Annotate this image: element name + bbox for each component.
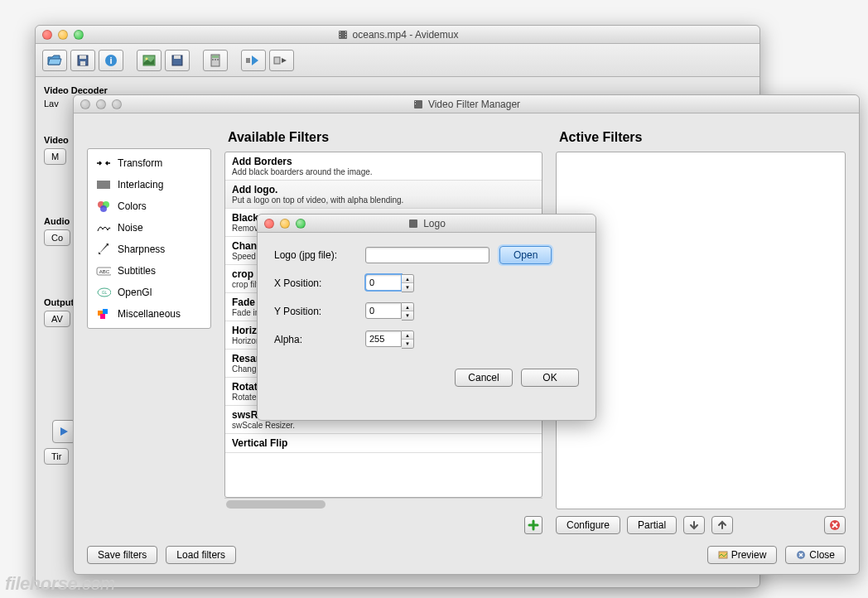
y-position-input[interactable]: [365, 302, 402, 319]
save-filters-button[interactable]: Save filters: [87, 546, 157, 564]
svg-rect-25: [415, 104, 416, 104]
main-window-title: oceans.mp4 - Avidemux: [36, 29, 760, 41]
info-button[interactable]: i: [99, 50, 123, 71]
x-down-button[interactable]: ▼: [402, 283, 413, 292]
interlacing-icon: [96, 177, 111, 192]
audio-codec-button[interactable]: Co: [44, 229, 70, 246]
subtitles-icon: ABC: [96, 263, 111, 278]
add-filter-button[interactable]: [524, 516, 542, 534]
load-filters-button[interactable]: Load filters: [166, 546, 236, 564]
film-icon: [337, 29, 349, 41]
ok-button[interactable]: OK: [521, 369, 579, 387]
configure-button[interactable]: Configure: [556, 516, 620, 534]
remove-filter-button[interactable]: [824, 516, 846, 534]
svg-text:GL: GL: [102, 290, 108, 295]
filter-item[interactable]: Vertical Flip: [225, 434, 542, 453]
svg-rect-4: [345, 31, 346, 32]
preview-button[interactable]: Preview: [707, 546, 778, 564]
svg-rect-39: [103, 309, 108, 314]
calculator-button[interactable]: [203, 50, 228, 71]
filter-window-title: Video Filter Manager: [74, 99, 859, 110]
svg-rect-8: [80, 55, 86, 59]
category-misc[interactable]: Miscellaneous: [88, 303, 210, 325]
film-icon: [407, 218, 419, 229]
svg-rect-3: [340, 36, 340, 37]
watermark: filehorse.com: [5, 573, 115, 595]
close-button[interactable]: Close: [785, 546, 846, 564]
category-label: Colors: [118, 200, 147, 212]
svg-rect-9: [80, 61, 85, 65]
transform-icon: [96, 156, 111, 171]
category-label: Transform: [118, 157, 162, 169]
save-file-button[interactable]: [70, 50, 95, 71]
move-down-button[interactable]: [683, 516, 705, 534]
svg-rect-40: [100, 314, 105, 319]
category-label: Interlacing: [118, 179, 163, 190]
svg-rect-18: [212, 59, 214, 60]
y-position-label: Y Position:: [274, 306, 365, 317]
open-file-button[interactable]: [42, 50, 67, 71]
svg-rect-19: [215, 59, 216, 60]
x-position-label: X Position:: [274, 277, 365, 289]
horizontal-scrollbar[interactable]: [224, 498, 542, 509]
filter-description: swScale Resizer.: [232, 421, 535, 430]
filter-description: Add black boarders around the image.: [232, 167, 535, 176]
category-colors[interactable]: Colors: [88, 195, 210, 217]
logo-titlebar[interactable]: Logo: [258, 215, 596, 233]
category-label: OpenGl: [118, 287, 152, 298]
opengl-icon: GL: [96, 285, 111, 300]
move-up-button[interactable]: [711, 516, 733, 534]
svg-rect-24: [415, 101, 416, 102]
svg-rect-2: [340, 34, 340, 35]
logo-file-label: Logo (jpg file):: [274, 249, 365, 261]
x-position-input[interactable]: [365, 274, 402, 291]
cancel-button[interactable]: Cancel: [455, 369, 513, 387]
video-codec-button[interactable]: M: [44, 148, 66, 165]
category-label: Miscellaneous: [118, 308, 181, 320]
category-label: Noise: [118, 222, 143, 234]
logo-file-input[interactable]: [365, 247, 489, 263]
process-arrow-button[interactable]: [241, 50, 266, 71]
svg-rect-6: [345, 36, 346, 37]
active-filters-heading: Active Filters: [559, 130, 846, 145]
main-titlebar[interactable]: oceans.mp4 - Avidemux: [36, 26, 760, 44]
image-save-button[interactable]: [137, 50, 162, 71]
close-icon: [796, 550, 806, 560]
category-subtitles[interactable]: ABCSubtitles: [88, 260, 210, 282]
alpha-up-button[interactable]: ▲: [402, 331, 413, 340]
category-noise[interactable]: Noise: [88, 217, 210, 239]
open-file-button[interactable]: Open: [499, 246, 552, 264]
filter-title: Add logo.: [232, 184, 535, 195]
partial-button[interactable]: Partial: [627, 516, 677, 534]
filter-titlebar[interactable]: Video Filter Manager: [74, 95, 859, 113]
category-sharpness[interactable]: Sharpness: [88, 239, 210, 260]
filter-description: Put a logo on top of video, with alpha b…: [232, 195, 535, 205]
play-button[interactable]: [52, 420, 75, 443]
svg-rect-44: [409, 219, 417, 228]
sharpness-icon: [96, 242, 111, 257]
svg-text:ABC: ABC: [99, 269, 110, 274]
available-filters-heading: Available Filters: [228, 130, 542, 145]
disk-save-button[interactable]: [165, 50, 190, 71]
x-up-button[interactable]: ▲: [402, 275, 413, 283]
svg-rect-1: [340, 31, 340, 32]
category-interlacing[interactable]: Interlacing: [88, 174, 210, 195]
category-opengl[interactable]: GLOpenGl: [88, 282, 210, 303]
filter-title: Vertical Flip: [232, 437, 535, 449]
alpha-input[interactable]: [365, 330, 402, 347]
y-up-button[interactable]: ▲: [402, 303, 413, 311]
category-transform[interactable]: Transform: [88, 152, 210, 174]
output-arrow-button[interactable]: [269, 50, 294, 71]
category-list: TransformInterlacingColorsNoiseSharpness…: [87, 148, 211, 329]
filter-item[interactable]: Add logo.Put a logo on top of video, wit…: [225, 181, 542, 209]
output-format-button[interactable]: AV: [44, 311, 70, 327]
active-filters-list[interactable]: [556, 152, 846, 509]
filter-item[interactable]: Add BordersAdd black boarders around the…: [225, 152, 542, 181]
y-down-button[interactable]: ▼: [402, 311, 413, 320]
svg-point-33: [100, 205, 107, 212]
time-button[interactable]: Tir: [44, 448, 69, 465]
svg-text:i: i: [109, 55, 112, 65]
colors-icon: [96, 199, 111, 214]
alpha-down-button[interactable]: ▼: [402, 340, 413, 348]
alpha-label: Alpha:: [274, 334, 365, 345]
